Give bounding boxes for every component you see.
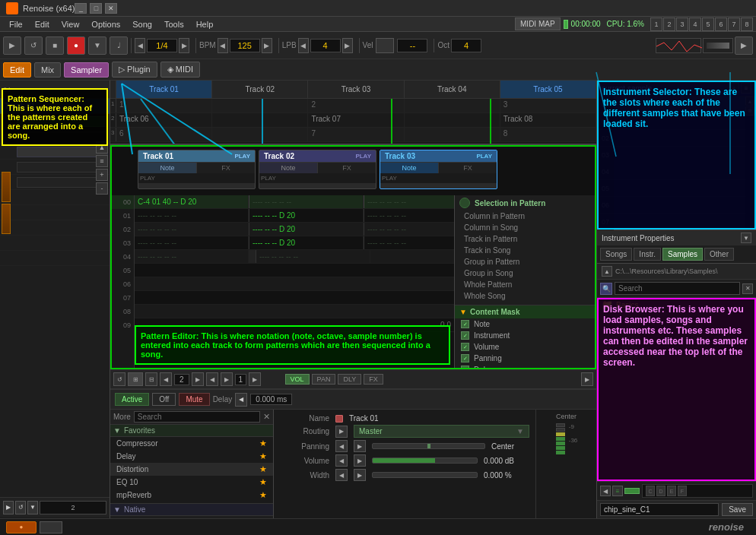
more-btn[interactable]: More: [113, 413, 131, 421]
fx-delay[interactable]: Delay ★: [110, 450, 273, 463]
track05-header[interactable]: Track 05: [500, 81, 596, 98]
channel-4[interactable]: 4: [689, 17, 701, 31]
channel-2[interactable]: 2: [663, 17, 675, 31]
tab-instr[interactable]: Instr.: [634, 248, 661, 261]
channel-5[interactable]: 5: [702, 17, 714, 31]
lpb-value[interactable]: 4: [310, 39, 341, 52]
edit-button[interactable]: Edit: [3, 62, 31, 78]
fx-distortion[interactable]: Distortion ★: [110, 463, 273, 476]
menu-options[interactable]: Options: [85, 18, 126, 30]
mix-button[interactable]: Mix: [34, 62, 61, 78]
step-next[interactable]: ▶: [179, 38, 189, 53]
db-prev[interactable]: ◀: [600, 486, 611, 496]
inst-scrollbar[interactable]: ▲ ⊕: [745, 97, 756, 230]
play-button[interactable]: ▶: [3, 36, 21, 55]
inst-settings[interactable]: ⊕: [745, 106, 754, 116]
fx-search-input[interactable]: [134, 411, 260, 423]
oct-value[interactable]: 4: [451, 39, 481, 52]
seq-add[interactable]: +: [96, 169, 108, 181]
channel-6[interactable]: 6: [715, 17, 727, 31]
db-nav-2[interactable]: D: [656, 486, 665, 496]
pe-prev[interactable]: ◀: [160, 372, 172, 386]
delay-prev[interactable]: ◀: [235, 393, 247, 407]
save-button[interactable]: Save: [722, 503, 753, 516]
db-nav-3[interactable]: E: [667, 486, 676, 496]
pe-track03-fx-tab[interactable]: FX: [439, 163, 497, 173]
lpb-up[interactable]: ▶: [342, 38, 353, 53]
stop-button[interactable]: ■: [46, 36, 64, 55]
effects-expand-icon[interactable]: ▼: [113, 518, 121, 518]
sel-track-song[interactable]: Track in Song: [458, 245, 592, 256]
track01-header[interactable]: Track 01: [116, 81, 212, 98]
menu-help[interactable]: Help: [190, 18, 220, 30]
bpm-up[interactable]: ▶: [262, 38, 272, 53]
channel-8[interactable]: 8: [741, 17, 753, 31]
channel-1[interactable]: 1: [650, 17, 662, 31]
seq-settings[interactable]: ≡: [96, 155, 108, 167]
sample-name-input[interactable]: [600, 503, 719, 516]
pe-track01-note-tab[interactable]: Note: [138, 163, 197, 173]
menu-file[interactable]: File: [3, 18, 29, 30]
scroll-right[interactable]: ▶: [735, 36, 753, 55]
sel-column-song[interactable]: Column in Song: [458, 222, 592, 233]
volume-prev[interactable]: ◀: [335, 454, 348, 467]
fx-off-btn[interactable]: Off: [152, 393, 176, 406]
seq-down[interactable]: ▼: [27, 501, 38, 514]
minimize-button[interactable]: _: [75, 3, 87, 14]
channel-3[interactable]: 3: [676, 17, 688, 31]
fx-mpreverb[interactable]: mpReverb ★: [110, 489, 273, 502]
pe-vol-btn[interactable]: VOL: [285, 374, 310, 385]
rewind-button[interactable]: ↺: [24, 36, 43, 55]
db-nav-1[interactable]: C: [646, 486, 655, 496]
tab-samples[interactable]: Samples: [662, 248, 703, 261]
pe-pan-btn[interactable]: PAN: [312, 374, 336, 385]
menu-edit[interactable]: Edit: [29, 18, 56, 30]
lpb-down[interactable]: ◀: [298, 38, 309, 53]
favorites-expand-icon[interactable]: ▼: [113, 426, 121, 435]
sel-column-pattern[interactable]: Column in Pattern: [458, 211, 592, 222]
inst-expand[interactable]: ≡: [741, 83, 751, 93]
db-nav-4[interactable]: F: [678, 486, 687, 496]
channel-7[interactable]: 7: [728, 17, 740, 31]
pe-dly-btn[interactable]: DLY: [338, 374, 361, 385]
bpm-down[interactable]: ◀: [218, 38, 228, 53]
search-close-icon[interactable]: ✕: [263, 412, 270, 422]
bpm-value[interactable]: 125: [230, 39, 260, 52]
inst-add[interactable]: +: [729, 83, 739, 93]
pe-next[interactable]: ▶: [192, 372, 204, 386]
db-search-input[interactable]: [615, 282, 740, 295]
volume-next[interactable]: ▶: [354, 454, 366, 467]
fx-mute-btn[interactable]: Mute: [179, 393, 209, 406]
vel-value[interactable]: --: [397, 39, 427, 52]
pe-fwd2[interactable]: ▶: [249, 372, 261, 386]
menu-tools[interactable]: Tools: [158, 18, 190, 30]
pe-track01-fx-tab[interactable]: FX: [197, 163, 255, 173]
db-search-icon[interactable]: 🔍: [600, 283, 612, 295]
track04-header[interactable]: Track 04: [405, 81, 500, 98]
sel-group-pattern[interactable]: Group in Pattern: [458, 256, 592, 268]
step-prev[interactable]: ◀: [135, 38, 145, 53]
pe-track02-fx-tab[interactable]: FX: [318, 163, 376, 173]
tab-songs[interactable]: Songs: [600, 248, 632, 261]
record-status[interactable]: ●: [6, 521, 37, 533]
inst-slot-7[interactable]: [614, 214, 745, 230]
menu-song[interactable]: Song: [126, 18, 158, 30]
plugin-button[interactable]: ▷ Plugin: [112, 62, 157, 78]
record-button[interactable]: ●: [67, 36, 85, 55]
track03-header[interactable]: Track 03: [308, 81, 404, 98]
pe-expand[interactable]: ⊞: [128, 372, 143, 386]
db-up[interactable]: ▲: [602, 266, 612, 277]
tab-other[interactable]: Other: [704, 248, 734, 261]
width-next[interactable]: ▶: [354, 469, 366, 481]
inst-up[interactable]: ▲: [745, 97, 754, 106]
pe-back[interactable]: ◀: [206, 372, 218, 386]
midi-map-button[interactable]: MIDI MAP: [515, 17, 561, 30]
seq-minus[interactable]: -: [96, 182, 108, 195]
inst-slot-4[interactable]: [614, 163, 745, 180]
track02-header[interactable]: Track 02: [212, 81, 308, 98]
inst-slot-6[interactable]: [614, 197, 745, 214]
inst-slot-5[interactable]: [614, 180, 745, 197]
pe-track03-note-tab[interactable]: Note: [380, 163, 439, 173]
sampler-button[interactable]: Sampler: [64, 62, 109, 78]
pe-fx-btn[interactable]: FX: [364, 374, 383, 385]
